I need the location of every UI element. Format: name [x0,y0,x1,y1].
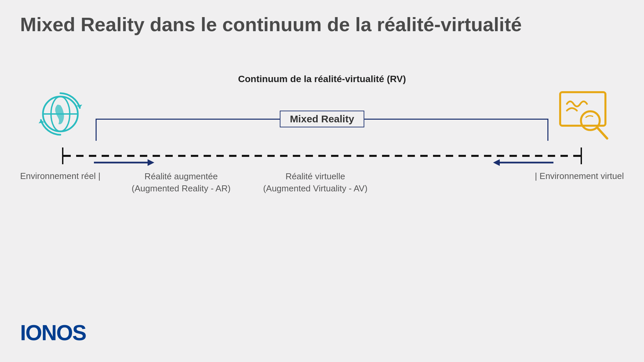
svg-marker-9 [148,159,154,166]
ionos-logo-text: IONOS [20,321,86,345]
timeline-right-cap [581,147,582,164]
vr-screen-icon [555,85,614,144]
timeline-dashed-line [63,155,581,157]
label-realite-virtuelle: Réalité virtuelle (Augmented Virtuality … [258,170,372,195]
arrow-left-icon [493,158,553,169]
label-environnement-reel: Environnement réel | [20,171,100,181]
ionos-logo: IONOS [20,320,86,345]
bracket-right-leg [547,119,548,141]
page-title: Mixed Reality dans le continuum de la ré… [20,13,624,36]
svg-line-7 [597,128,607,138]
bracket-left-leg [96,119,97,141]
label-realite-augmentee: Réalité augmentée (Augmented Reality - A… [127,170,235,195]
svg-rect-5 [560,92,605,126]
mixed-reality-bracket: Mixed Reality [96,111,548,141]
svg-marker-11 [493,159,500,166]
mixed-reality-label: Mixed Reality [280,111,364,127]
globe-icon [34,87,87,141]
continuum-label: Continuum de la réalité-virtualité (RV) [0,74,644,84]
label-environnement-virtuel: | Environnement virtuel [535,171,624,181]
arrow-right-icon [94,158,154,169]
